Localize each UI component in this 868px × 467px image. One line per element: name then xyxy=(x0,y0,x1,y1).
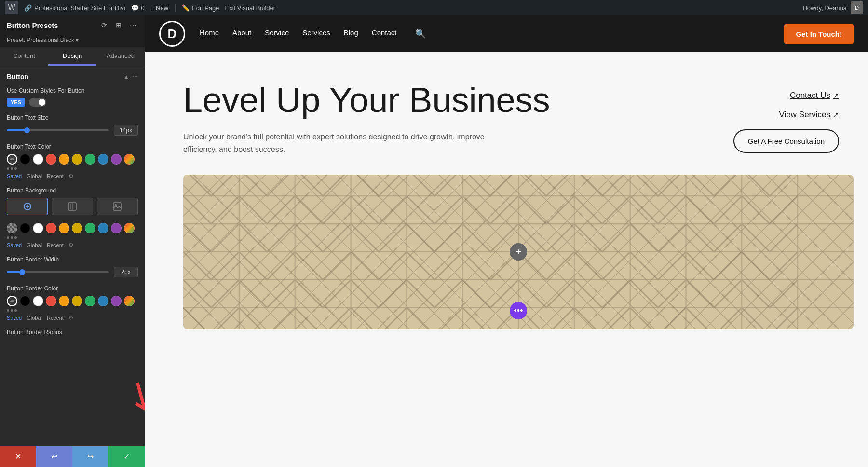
color-swatch-green[interactable] xyxy=(85,154,95,165)
text-color-row: Button Text Color ✏ xyxy=(7,143,138,179)
nav-blog[interactable]: Blog xyxy=(344,28,358,39)
panel-tabs: Content Design Advanced xyxy=(0,47,145,66)
border-color-saved[interactable]: Saved xyxy=(7,315,22,321)
nav-search-icon[interactable]: 🔍 xyxy=(415,28,426,39)
border-swatch-blue[interactable] xyxy=(98,296,108,306)
dot-4 xyxy=(7,236,9,239)
bg-swatch-green[interactable] xyxy=(85,223,95,234)
bg-swatch-transparent[interactable] xyxy=(7,223,17,234)
contact-us-link[interactable]: Contact Us ↗ xyxy=(790,91,839,100)
bg-swatch-purple[interactable] xyxy=(111,223,122,234)
bg-image-option[interactable] xyxy=(97,198,138,215)
border-width-value[interactable]: 2px xyxy=(114,267,138,277)
border-swatch-black[interactable] xyxy=(20,296,30,306)
text-color-recent[interactable]: Recent xyxy=(47,173,64,179)
edit-page-item[interactable]: ✏️ Edit Page xyxy=(182,4,219,12)
text-size-slider-thumb[interactable] xyxy=(24,127,30,133)
bg-gradient-option[interactable] xyxy=(52,198,93,215)
border-swatch-green[interactable] xyxy=(85,296,95,306)
user-avatar: D xyxy=(851,1,863,14)
text-size-slider-track[interactable] xyxy=(7,129,109,131)
tab-design[interactable]: Design xyxy=(48,47,96,66)
bg-color-option[interactable] xyxy=(7,198,48,215)
bg-color-global[interactable]: Global xyxy=(27,242,42,248)
hero-title: Level Up Your Business xyxy=(183,81,714,119)
redo-button[interactable]: ↪ xyxy=(72,446,108,467)
bg-label: Button Background xyxy=(7,187,138,194)
nav-service[interactable]: Service xyxy=(265,28,289,39)
color-swatch-purple[interactable] xyxy=(111,154,122,165)
dot-3 xyxy=(14,167,17,170)
nav-home[interactable]: Home xyxy=(200,28,219,39)
border-color-swatches: ✏ xyxy=(7,296,138,306)
nav-contact[interactable]: Contact xyxy=(372,28,397,39)
color-swatch-white[interactable] xyxy=(33,154,43,165)
custom-styles-row: Use Custom Styles For Button YES xyxy=(7,87,138,107)
save-button[interactable]: ✓ xyxy=(108,446,145,467)
border-swatch-orange[interactable] xyxy=(59,296,69,306)
nav-cta-button[interactable]: Get In Touch! xyxy=(784,24,854,44)
border-color-settings-icon[interactable]: ⚙ xyxy=(68,315,74,321)
exit-builder-item[interactable]: Exit Visual Builder xyxy=(225,4,276,12)
panel-more-icon[interactable]: ⋯ xyxy=(128,20,138,30)
color-swatch-red[interactable] xyxy=(46,154,56,165)
border-width-slider-track[interactable] xyxy=(7,271,109,273)
panel-preset[interactable]: Preset: Professional Black ▾ xyxy=(0,35,145,47)
cancel-button[interactable]: ✕ xyxy=(0,446,36,467)
bg-swatch-custom[interactable] xyxy=(124,223,135,234)
bg-swatch-yellow[interactable] xyxy=(72,223,82,234)
image-add-button[interactable]: + xyxy=(510,243,527,261)
border-swatch-red[interactable] xyxy=(46,296,56,306)
color-swatch-custom[interactable] xyxy=(124,154,135,165)
get-consultation-button[interactable]: Get A Free Consultation xyxy=(733,129,839,153)
bg-swatch-black[interactable] xyxy=(20,223,30,234)
bg-swatch-red[interactable] xyxy=(46,223,56,234)
color-swatch-orange[interactable] xyxy=(59,154,69,165)
bottom-toolbar: ✕ ↩ ↪ ✓ xyxy=(0,446,145,467)
panel-grid-icon[interactable]: ⊞ xyxy=(114,20,123,30)
color-swatch-blue[interactable] xyxy=(98,154,108,165)
border-swatch-purple[interactable] xyxy=(111,296,122,306)
tab-advanced[interactable]: Advanced xyxy=(96,47,145,66)
text-size-value[interactable]: 14px xyxy=(114,125,138,136)
color-swatch-black[interactable] xyxy=(20,154,30,165)
nav-about[interactable]: About xyxy=(232,28,251,39)
bg-color-recent[interactable]: Recent xyxy=(47,242,64,248)
text-color-settings-icon[interactable]: ⚙ xyxy=(68,173,74,179)
bg-color-saved[interactable]: Saved xyxy=(7,242,22,248)
border-color-recent[interactable]: Recent xyxy=(47,315,64,321)
border-width-slider-thumb[interactable] xyxy=(19,269,25,275)
site-name-item[interactable]: 🔗 Professional Starter Site For Divi xyxy=(24,4,125,12)
dot-1 xyxy=(7,167,9,170)
bg-color-settings-icon[interactable]: ⚙ xyxy=(68,242,74,248)
color-swatch-pencil[interactable]: ✏ xyxy=(7,154,17,165)
undo-button[interactable]: ↩ xyxy=(36,446,72,467)
left-panel: Button Presets ⟳ ⊞ ⋯ Preset: Professiona… xyxy=(0,15,145,467)
color-swatch-yellow[interactable] xyxy=(72,154,82,165)
border-color-global[interactable]: Global xyxy=(27,315,42,321)
dot-9 xyxy=(14,309,17,312)
border-swatch-pencil[interactable]: ✏ xyxy=(7,296,17,306)
toggle-yes-btn[interactable]: YES xyxy=(7,98,25,107)
nav-services[interactable]: Services xyxy=(302,28,330,39)
tab-content[interactable]: Content xyxy=(0,47,48,66)
bg-swatch-blue[interactable] xyxy=(98,223,108,234)
border-swatch-yellow[interactable] xyxy=(72,296,82,306)
comments-item[interactable]: 💬 0 xyxy=(131,4,145,12)
text-color-global[interactable]: Global xyxy=(27,173,42,179)
image-more-button[interactable]: ••• xyxy=(510,302,527,319)
border-radius-label: Button Border Radius xyxy=(7,329,138,336)
panel-sync-icon[interactable]: ⟳ xyxy=(99,20,109,30)
border-swatch-white[interactable] xyxy=(33,296,43,306)
new-item[interactable]: + New xyxy=(150,4,168,12)
toggle-track[interactable] xyxy=(29,98,46,107)
section-more-icon[interactable]: ⋯ xyxy=(132,73,138,80)
bg-swatch-white[interactable] xyxy=(33,223,43,234)
section-collapse-icon[interactable]: ▲ xyxy=(123,73,129,80)
text-color-saved[interactable]: Saved xyxy=(7,173,22,179)
border-swatch-custom[interactable] xyxy=(124,296,135,306)
dot-6 xyxy=(14,236,17,239)
bg-swatch-orange[interactable] xyxy=(59,223,69,234)
view-services-link[interactable]: View Services ↗ xyxy=(779,110,839,120)
wp-logo[interactable]: W xyxy=(5,1,18,14)
